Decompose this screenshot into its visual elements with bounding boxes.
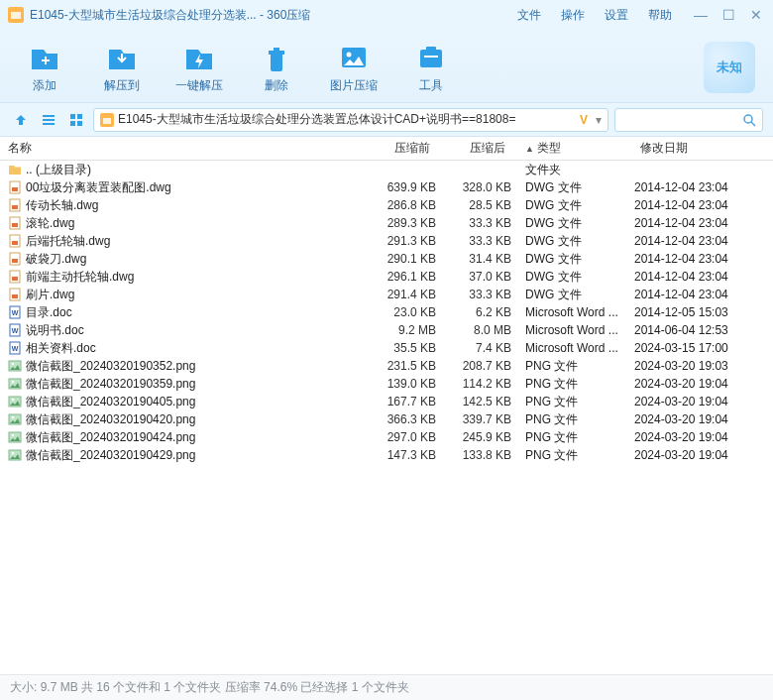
svg-point-19	[744, 115, 752, 123]
file-size-after: 31.4 KB	[436, 252, 511, 266]
svg-rect-30	[12, 259, 18, 263]
file-size-before: 291.3 KB	[361, 234, 436, 248]
file-size-after: 339.7 KB	[436, 412, 511, 426]
file-size-after: 28.5 KB	[436, 198, 511, 212]
menu-bar: 文件 操作 设置 帮助	[517, 7, 692, 24]
file-size-after: 33.3 KB	[436, 288, 511, 301]
file-list[interactable]: .. (上级目录)文件夹00垃圾分离装置装配图.dwg639.9 KB328.0…	[0, 161, 773, 674]
file-name: 微信截图_20240320190352.png	[26, 358, 195, 375]
extract-button[interactable]: 解压到	[95, 40, 149, 94]
extract-icon	[105, 40, 139, 73]
svg-point-6	[347, 53, 352, 58]
file-row[interactable]: W目录.doc23.0 KB6.2 KBMicrosoft Word ...20…	[0, 303, 773, 321]
file-row[interactable]: 微信截图_20240320190424.png297.0 KB245.9 KBP…	[0, 428, 773, 446]
file-size-after: 208.7 KB	[436, 359, 511, 373]
up-button[interactable]	[10, 109, 32, 131]
file-row[interactable]: 微信截图_20240320190405.png167.7 KB142.5 KBP…	[0, 393, 773, 410]
file-row[interactable]: 前端主动托轮轴.dwg296.1 KB37.0 KBDWG 文件2014-12-…	[0, 268, 773, 286]
file-size-before: 366.3 KB	[361, 412, 436, 426]
file-name: 说明书.doc	[26, 322, 84, 339]
file-type: PNG 文件	[511, 429, 634, 446]
menu-op[interactable]: 操作	[561, 7, 585, 24]
file-row[interactable]: 微信截图_20240320190359.png139.0 KB114.2 KBP…	[0, 375, 773, 393]
add-button[interactable]: 添加	[18, 40, 71, 94]
add-icon	[28, 40, 61, 73]
menu-help[interactable]: 帮助	[648, 7, 672, 24]
file-icon	[8, 448, 22, 462]
file-date: 2024-03-20 19:04	[634, 448, 763, 462]
list-icon	[42, 113, 55, 127]
close-button[interactable]: ✕	[747, 7, 765, 23]
svg-rect-11	[43, 119, 55, 121]
file-type: Microsoft Word ...	[511, 323, 634, 337]
col-type[interactable]: ▲类型	[511, 140, 634, 157]
file-size-before: 23.0 KB	[361, 305, 436, 319]
oneclick-button[interactable]: 一键解压	[172, 40, 226, 94]
svg-rect-32	[12, 277, 18, 281]
file-row[interactable]: 滚轮.dwg289.3 KB33.3 KBDWG 文件2014-12-04 23…	[0, 214, 773, 232]
unknown-badge[interactable]: 未知	[704, 42, 755, 93]
file-date: 2014-12-04 23:04	[634, 180, 763, 194]
tools-button[interactable]: 工具	[404, 40, 458, 94]
file-icon	[8, 252, 22, 266]
file-row[interactable]: 微信截图_20240320190420.png366.3 KB339.7 KBP…	[0, 410, 773, 428]
view-detail-button[interactable]	[38, 109, 59, 131]
file-size-after: 6.2 KB	[436, 305, 511, 319]
file-icon	[8, 234, 22, 248]
sort-asc-icon: ▲	[525, 144, 534, 154]
parent-dir-row[interactable]: .. (上级目录)文件夹	[0, 161, 773, 178]
file-name: 微信截图_20240320190359.png	[26, 376, 195, 393]
file-size-before: 286.8 KB	[361, 198, 436, 212]
file-type: PNG 文件	[511, 376, 634, 393]
file-row[interactable]: W说明书.doc9.2 MB8.0 MBMicrosoft Word ...20…	[0, 321, 773, 339]
file-name: 微信截图_20240320190420.png	[26, 411, 195, 428]
file-row[interactable]: 微信截图_20240320190429.png147.3 KB133.8 KBP…	[0, 446, 773, 464]
file-name: 微信截图_20240320190429.png	[26, 447, 195, 464]
col-date[interactable]: 修改日期	[634, 140, 763, 157]
file-date: 2024-03-20 19:04	[634, 430, 763, 444]
col-after[interactable]: 压缩后	[436, 140, 511, 157]
file-icon	[8, 198, 22, 212]
file-icon: W	[8, 305, 22, 319]
search-box[interactable]	[614, 108, 763, 132]
file-row[interactable]: 传动长轴.dwg286.8 KB28.5 KBDWG 文件2014-12-04 …	[0, 196, 773, 214]
file-row[interactable]: 破袋刀.dwg290.1 KB31.4 KBDWG 文件2014-12-04 2…	[0, 250, 773, 268]
file-size-before: 289.3 KB	[361, 216, 436, 230]
file-size-after: 328.0 KB	[436, 180, 511, 194]
minimize-button[interactable]: ―	[692, 7, 710, 23]
file-name: 目录.doc	[26, 304, 72, 321]
image-icon	[337, 40, 371, 73]
file-date: 2014-12-05 15:03	[634, 305, 763, 319]
view-icon-button[interactable]	[65, 109, 87, 131]
file-type: DWG 文件	[511, 215, 634, 232]
col-before[interactable]: 压缩前	[361, 140, 436, 157]
menu-file[interactable]: 文件	[517, 7, 541, 24]
file-type: Microsoft Word ...	[511, 341, 634, 355]
file-row[interactable]: 刷片.dwg291.4 KB33.3 KBDWG 文件2014-12-04 23…	[0, 286, 773, 303]
col-name[interactable]: 名称	[0, 140, 361, 157]
svg-rect-1	[11, 12, 21, 19]
delete-button[interactable]: 删除	[250, 40, 303, 94]
file-row[interactable]: 00垃圾分离装置装配图.dwg639.9 KB328.0 KBDWG 文件201…	[0, 178, 773, 196]
file-date: 2024-03-20 19:03	[634, 359, 763, 373]
file-icon	[8, 395, 22, 408]
menu-settings[interactable]: 设置	[605, 7, 628, 24]
dropdown-icon[interactable]: ▾	[596, 113, 602, 127]
oneclick-icon	[182, 40, 216, 73]
maximize-button[interactable]: ☐	[719, 7, 737, 23]
file-row[interactable]: 后端托轮轴.dwg291.3 KB33.3 KBDWG 文件2014-12-04…	[0, 232, 773, 250]
file-name: 微信截图_20240320190424.png	[26, 429, 195, 446]
path-box[interactable]: E1045-大型城市生活垃圾综合处理分选装置总体设计CAD+说明书==81808…	[93, 108, 608, 132]
file-date: 2014-12-04 23:04	[634, 288, 763, 301]
imgcompress-button[interactable]: 图片压缩	[327, 40, 381, 94]
file-row[interactable]: W相关资料.doc35.5 KB7.4 KBMicrosoft Word ...…	[0, 339, 773, 357]
status-bar: 大小: 9.7 MB 共 16 个文件和 1 个文件夹 压缩率 74.6% 已经…	[0, 674, 773, 700]
file-size-before: 147.3 KB	[361, 448, 436, 462]
file-icon	[8, 270, 22, 284]
file-date: 2014-12-04 23:04	[634, 270, 763, 284]
file-type: DWG 文件	[511, 251, 634, 268]
file-row[interactable]: 微信截图_20240320190352.png231.5 KB208.7 KBP…	[0, 357, 773, 375]
svg-text:W: W	[12, 309, 19, 316]
file-date: 2024-03-20 19:04	[634, 377, 763, 391]
svg-point-42	[12, 363, 14, 365]
